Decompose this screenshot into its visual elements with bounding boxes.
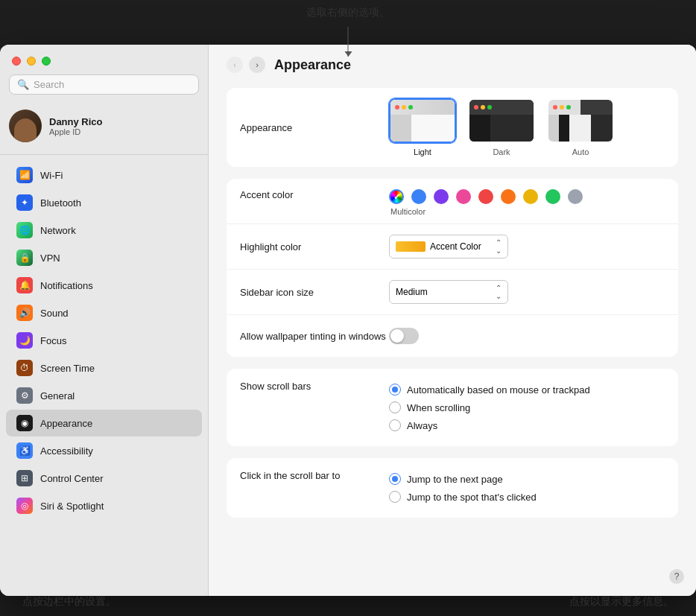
sidebar-item-control-center[interactable]: ⊞Control Center: [6, 465, 202, 492]
highlight-color-value: Accent Color: [430, 241, 481, 252]
scroll-scrolling-radio[interactable]: [389, 401, 401, 413]
search-input[interactable]: Search: [34, 79, 64, 90]
accent-yellow[interactable]: [523, 189, 538, 204]
highlight-color-row: Highlight color Accent Color ⌃⌄: [227, 224, 678, 270]
sidebar-item-vpn[interactable]: 🔒VPN: [6, 244, 202, 271]
appearance-option-dark[interactable]: Dark: [468, 98, 535, 156]
accent-blue[interactable]: [411, 189, 426, 204]
sidebar-item-accessibility[interactable]: ♿Accessibility: [6, 437, 202, 464]
accent-green[interactable]: [545, 189, 560, 204]
vpn-icon: 🔒: [16, 250, 33, 266]
accent-graphite[interactable]: [568, 189, 583, 204]
sidebar-size-dropdown-chevron: ⌃⌄: [496, 284, 502, 300]
sidebar-items-list: 📶Wi-Fi✦Bluetooth🌐Network🔒VPN🔔Notificatio…: [0, 158, 208, 596]
sidebar-item-bluetooth[interactable]: ✦Bluetooth: [6, 189, 202, 216]
wifi-icon: 📶: [16, 167, 33, 183]
click-scroll-clicked-radio[interactable]: [389, 491, 401, 503]
sidebar-item-general[interactable]: ⚙General: [6, 382, 202, 409]
click-scroll-next-page-radio[interactable]: [389, 473, 401, 485]
sidebar-icon-size-value: Medium: [396, 287, 428, 297]
sidebar-item-network[interactable]: 🌐Network: [6, 217, 202, 244]
maximize-button[interactable]: [42, 57, 51, 66]
siri-icon: ◎: [16, 498, 33, 514]
page-title: Appearance: [274, 57, 351, 73]
notifications-icon: 🔔: [16, 277, 33, 293]
scroll-always-radio[interactable]: [389, 419, 401, 431]
search-bar[interactable]: 🔍 Search: [9, 74, 199, 95]
click-scroll-next-page-option[interactable]: Jump to the next page: [389, 473, 537, 485]
toggle-knob: [390, 329, 404, 343]
accent-color-row: Accent color ✓: [227, 179, 678, 224]
accent-multicolor[interactable]: ✓: [389, 189, 404, 204]
colors-section-card: Accent color ✓: [227, 179, 678, 357]
sidebar-item-screen-time[interactable]: ⏱Screen Time: [6, 355, 202, 381]
sound-icon: 🔊: [16, 305, 33, 321]
annotation-bottom-right: 点按以显示更多信息。: [569, 595, 674, 609]
scroll-auto-option[interactable]: Automatically based on mouse or trackpad: [389, 384, 590, 396]
sidebar-item-label-control-center: Control Center: [40, 473, 104, 484]
sidebar-item-notifications[interactable]: 🔔Notifications: [6, 272, 202, 299]
highlight-dropdown-chevron: ⌃⌄: [496, 238, 502, 255]
accent-color-label: Accent color: [240, 189, 389, 200]
sidebar-item-label-vpn: VPN: [40, 253, 60, 264]
sidebar-item-sound[interactable]: 🔊Sound: [6, 299, 202, 326]
highlight-color-dropdown[interactable]: Accent Color ⌃⌄: [389, 235, 508, 258]
scroll-always-label: Always: [407, 420, 437, 431]
minimize-button[interactable]: [27, 57, 36, 66]
sidebar-item-focus[interactable]: 🌙Focus: [6, 327, 202, 354]
accent-colors-group: ✓ Multicolor: [389, 189, 583, 216]
highlight-color-label: Highlight color: [240, 241, 389, 253]
click-scroll-group: Jump to the next page Jump to the spot t…: [389, 470, 537, 506]
sidebar-icon-size-control: Medium ⌃⌄: [389, 280, 665, 304]
sidebar-item-label-general: General: [40, 390, 75, 401]
wallpaper-tinting-control: [389, 328, 665, 344]
sidebar-item-label-wifi: Wi-Fi: [40, 170, 63, 181]
sidebar-icon-size-label: Sidebar icon size: [240, 287, 389, 298]
sidebar-item-siri[interactable]: ◎Siri & Spotlight: [6, 492, 202, 519]
back-button[interactable]: ‹: [227, 57, 243, 73]
scroll-auto-radio[interactable]: [389, 384, 401, 396]
highlight-color-control: Accent Color ⌃⌄: [389, 235, 665, 258]
sidebar: 🔍 Search Danny Rico Apple ID 📶Wi-Fi✦Blue…: [0, 45, 209, 596]
sidebar-item-appearance[interactable]: ◉Appearance: [6, 410, 202, 436]
click-scroll-next-page-label: Jump to the next page: [407, 474, 503, 485]
user-profile[interactable]: Danny Rico Apple ID: [0, 104, 208, 151]
accent-color-control: ✓ Multicolor: [389, 189, 665, 216]
traffic-lights: [0, 45, 208, 74]
main-window: 🔍 Search Danny Rico Apple ID 📶Wi-Fi✦Blue…: [0, 45, 696, 596]
main-body: Appearance: [209, 82, 696, 596]
sidebar-icon-size-row: Sidebar icon size Medium ⌃⌄: [227, 270, 678, 315]
accent-purple[interactable]: [434, 189, 449, 204]
bluetooth-icon: ✦: [16, 194, 33, 211]
accent-orange[interactable]: [501, 189, 516, 204]
appearance-icon: ◉: [16, 415, 33, 431]
sidebar-item-label-notifications: Notifications: [40, 280, 93, 291]
close-button[interactable]: [12, 57, 21, 66]
main-content: ‹ › Appearance Appearance: [209, 45, 696, 596]
sidebar-item-wifi[interactable]: 📶Wi-Fi: [6, 162, 202, 188]
sidebar-icon-size-dropdown[interactable]: Medium ⌃⌄: [389, 280, 508, 304]
scroll-always-option[interactable]: Always: [389, 419, 590, 431]
show-scroll-bars-group: Automatically based on mouse or trackpad…: [389, 381, 590, 434]
click-scroll-clicked-option[interactable]: Jump to the spot that's clicked: [389, 491, 537, 503]
help-button[interactable]: ?: [669, 569, 684, 584]
accent-red[interactable]: [478, 189, 493, 204]
appearance-option-auto[interactable]: Auto: [547, 98, 614, 156]
avatar: [9, 109, 42, 142]
sidebar-item-label-accessibility: Accessibility: [40, 445, 93, 457]
appearance-option-light-label: Light: [414, 147, 431, 156]
sidebar-item-label-siri: Siri & Spotlight: [40, 501, 104, 512]
scroll-scrolling-label: When scrolling: [407, 402, 470, 413]
appearance-option-dark-label: Dark: [493, 147, 510, 156]
scroll-scrolling-option[interactable]: When scrolling: [389, 401, 590, 413]
accent-selected-label: Multicolor: [389, 207, 583, 216]
scroll-bars-section-card: Show scroll bars Automatically based on …: [227, 369, 678, 446]
appearance-thumbnail-auto: [547, 98, 614, 143]
forward-button[interactable]: ›: [249, 57, 265, 73]
main-header: ‹ › Appearance: [209, 45, 696, 82]
network-icon: 🌐: [16, 222, 33, 238]
show-scroll-bars-control: Automatically based on mouse or trackpad…: [389, 381, 665, 434]
accent-pink[interactable]: [456, 189, 471, 204]
appearance-option-light[interactable]: Light: [389, 98, 456, 156]
wallpaper-tinting-toggle[interactable]: [389, 328, 419, 344]
